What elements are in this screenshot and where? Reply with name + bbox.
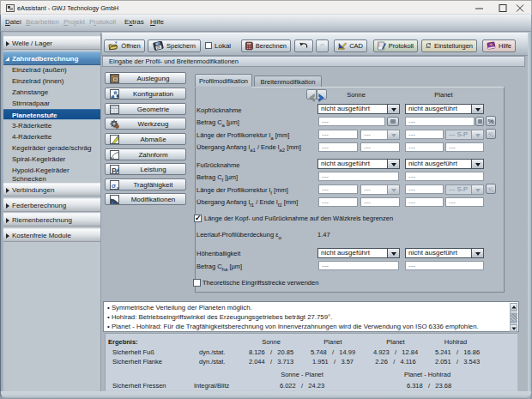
svg-text:x: x <box>116 185 119 190</box>
